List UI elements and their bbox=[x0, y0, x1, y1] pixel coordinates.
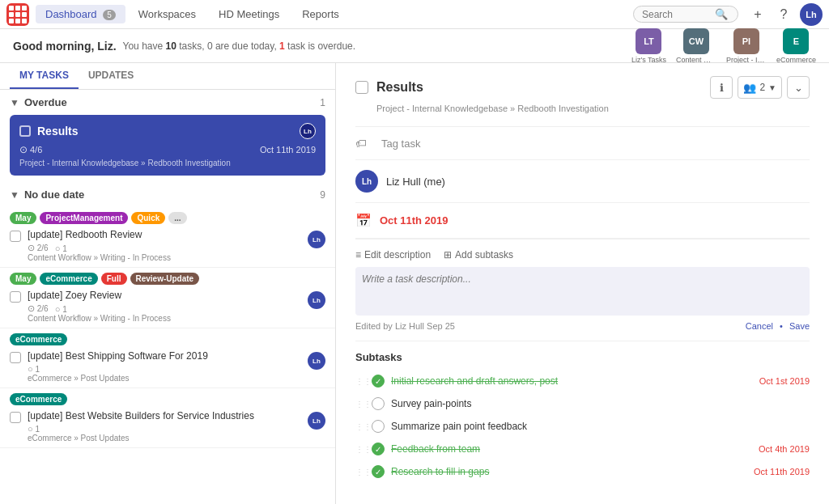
search-icon: 🔍 bbox=[715, 8, 728, 20]
tag-ecommerce-3[interactable]: eCommerce bbox=[10, 333, 67, 345]
edit-description-button[interactable]: ≡ Edit description bbox=[355, 249, 431, 260]
workspace-pills: LT Liz's Tasks CW Content Wo... PI Proje… bbox=[631, 28, 816, 64]
tag-more-1[interactable]: ... bbox=[168, 212, 186, 224]
subtask-checkbox-4[interactable]: ✓ bbox=[372, 465, 385, 478]
nav-tab-reports[interactable]: Reports bbox=[292, 5, 349, 23]
subtasks-icon: ⊞ bbox=[444, 249, 452, 260]
workspace-label-3: eCommerce bbox=[776, 56, 816, 64]
detail-task-checkbox[interactable] bbox=[355, 81, 368, 94]
task-checkbox-4[interactable] bbox=[10, 412, 21, 423]
nav-tab-workspaces[interactable]: Workspaces bbox=[129, 5, 206, 23]
app-icon[interactable] bbox=[6, 3, 29, 26]
task-comments-2: ○ 1 bbox=[55, 304, 67, 314]
subtask-text-0: Initial research and draft answers, post bbox=[391, 375, 753, 387]
task-breadcrumb-1: Content Workflow » Writing - In Process bbox=[28, 253, 308, 262]
task-row-1[interactable]: [update] Redbooth Review ⊙ 2/6 ○ 1 Conte… bbox=[0, 226, 335, 268]
description-row: ≡ Edit description ⊞ Add subtasks Edited… bbox=[355, 239, 810, 341]
nav-tab-hdmeetings[interactable]: HD Meetings bbox=[209, 5, 289, 23]
tag-ecommerce-4[interactable]: eCommerce bbox=[10, 393, 67, 405]
assignee-avatar: Lh bbox=[355, 170, 378, 193]
tag-may-2[interactable]: May bbox=[10, 273, 36, 285]
add-button[interactable]: + bbox=[748, 5, 767, 24]
subtask-item-0[interactable]: ⋮⋮ ✓ Initial research and draft answers,… bbox=[355, 370, 810, 392]
greeting-text: Good morning, Liz. bbox=[13, 40, 117, 53]
no-due-section-title: No due date bbox=[24, 188, 320, 201]
tag-review[interactable]: Review-Update bbox=[130, 273, 200, 285]
user-avatar[interactable]: Lh bbox=[800, 3, 823, 26]
tab-updates[interactable]: UPDATES bbox=[79, 63, 143, 89]
tab-my-tasks[interactable]: MY TASKS bbox=[10, 63, 79, 89]
tag-ecommerce-2[interactable]: eCommerce bbox=[40, 273, 97, 285]
subtasks-title: Subtasks bbox=[355, 351, 810, 363]
workspace-avatar-2: PI bbox=[733, 28, 759, 54]
overdue-task-avatar: Lh bbox=[300, 123, 316, 139]
task-title-1: [update] Redbooth Review bbox=[28, 229, 308, 240]
no-due-chevron-icon: ▼ bbox=[10, 189, 19, 201]
tag-pm[interactable]: ProjectManagement bbox=[40, 212, 128, 224]
subtask-text-4: Research to fill in gaps bbox=[391, 466, 747, 477]
subtask-checkbox-1[interactable] bbox=[372, 397, 385, 410]
overdue-task-date: Oct 11th 2019 bbox=[260, 145, 316, 155]
task-detail: Results ℹ 👥 2 ▼ ⌄ Project - Internal Kno… bbox=[336, 63, 829, 504]
subtask-date-4: Oct 11th 2019 bbox=[754, 467, 810, 476]
overdue-section-header[interactable]: ▼ Overdue 1 bbox=[0, 90, 335, 115]
description-edited-text: Edited by Liz Hull Sep 25 bbox=[355, 321, 455, 331]
workspace-label-2: Project - Int... bbox=[726, 56, 767, 64]
subtask-checkbox-0[interactable]: ✓ bbox=[372, 375, 385, 388]
overdue-task-checkbox[interactable] bbox=[19, 125, 31, 137]
detail-tag-section[interactable]: 🏷 Tag task bbox=[355, 127, 810, 160]
task-breadcrumb-3: eCommerce » Post Updates bbox=[28, 374, 308, 383]
tag-icon: 🏷 bbox=[355, 137, 381, 150]
task-tags-2: May eCommerce Full Review-Update bbox=[0, 268, 335, 286]
no-due-section-count: 9 bbox=[320, 189, 325, 201]
search-box[interactable]: 🔍 bbox=[633, 6, 738, 23]
add-subtasks-button[interactable]: ⊞ Add subtasks bbox=[444, 249, 513, 260]
detail-info-button[interactable]: ℹ bbox=[710, 76, 733, 99]
task-breadcrumb-4: eCommerce » Post Updates bbox=[28, 434, 308, 443]
save-button[interactable]: Save bbox=[789, 321, 810, 331]
task-checkbox-1[interactable] bbox=[10, 231, 21, 242]
workspace-pill-0[interactable]: LT Liz's Tasks bbox=[631, 28, 666, 64]
workspace-pill-3[interactable]: E eCommerce bbox=[776, 28, 816, 64]
help-button[interactable]: ? bbox=[774, 5, 793, 24]
tag-quick[interactable]: Quick bbox=[131, 212, 165, 224]
search-input[interactable] bbox=[642, 9, 715, 20]
right-panel: Results ℹ 👥 2 ▼ ⌄ Project - Internal Kno… bbox=[336, 63, 829, 504]
main-layout: MY TASKS UPDATES ▼ Overdue 1 Results Lh bbox=[0, 63, 829, 504]
task-progress-1: ⊙ 2/6 bbox=[28, 243, 49, 253]
detail-date-row[interactable]: 📅 Oct 11th 2019 bbox=[355, 203, 810, 239]
task-checkbox-3[interactable] bbox=[10, 352, 21, 363]
overdue-task-card[interactable]: Results Lh ⊙ 4/6 Oct 11th 2019 Project -… bbox=[10, 115, 325, 176]
tag-full[interactable]: Full bbox=[101, 273, 127, 285]
task-row-3[interactable]: [update] Best Shipping Software For 2019… bbox=[0, 347, 335, 388]
task-row-4[interactable]: [update] Best Website Builders for Servi… bbox=[0, 407, 335, 448]
task-tags-3: eCommerce bbox=[0, 328, 335, 347]
subtask-item-3[interactable]: ⋮⋮ ✓ Feedback from team Oct 4th 2019 bbox=[355, 438, 810, 460]
calendar-icon: 📅 bbox=[355, 213, 372, 228]
subtask-item-4[interactable]: ⋮⋮ ✓ Research to fill in gaps Oct 11th 2… bbox=[355, 460, 810, 483]
task-row-2[interactable]: [update] Zoey Review ⊙ 2/6 ○ 1 Content W… bbox=[0, 286, 335, 328]
workspace-pill-2[interactable]: PI Project - Int... bbox=[726, 28, 767, 64]
subtask-item-2[interactable]: ⋮⋮ Summarize pain point feedback bbox=[355, 415, 810, 438]
detail-assignee-row[interactable]: Lh Liz Hull (me) bbox=[355, 160, 810, 203]
task-tags-4: eCommerce bbox=[0, 388, 335, 407]
no-due-section-header[interactable]: ▼ No due date 9 bbox=[0, 182, 335, 207]
detail-more-button[interactable]: ⌄ bbox=[787, 76, 810, 99]
cancel-button[interactable]: Cancel bbox=[746, 321, 773, 331]
left-panel: MY TASKS UPDATES ▼ Overdue 1 Results Lh bbox=[0, 63, 336, 504]
subtask-checkbox-3[interactable]: ✓ bbox=[372, 443, 385, 455]
task-title-4: [update] Best Website Builders for Servi… bbox=[28, 410, 308, 421]
task-checkbox-2[interactable] bbox=[10, 291, 21, 303]
workspace-pill-1[interactable]: CW Content Wo... bbox=[676, 28, 716, 64]
greeting-sub: You have 10 tasks, 0 are due today, 1 ta… bbox=[123, 40, 356, 52]
subtask-item-1[interactable]: ⋮⋮ Survey pain-points bbox=[355, 392, 810, 415]
nav-tab-dashboard[interactable]: Dashboard 5 bbox=[36, 5, 125, 23]
task-avatar-1: Lh bbox=[308, 231, 325, 248]
nav-actions: + ? Lh bbox=[748, 3, 823, 26]
tag-may-1[interactable]: May bbox=[10, 212, 36, 224]
tabs-row: MY TASKS UPDATES bbox=[0, 63, 335, 90]
description-textarea[interactable] bbox=[355, 267, 810, 316]
detail-assignee-dropdown[interactable]: 👥 2 ▼ bbox=[738, 76, 782, 99]
assignee-name: Liz Hull (me) bbox=[386, 176, 445, 188]
subtask-checkbox-2[interactable] bbox=[372, 420, 385, 433]
